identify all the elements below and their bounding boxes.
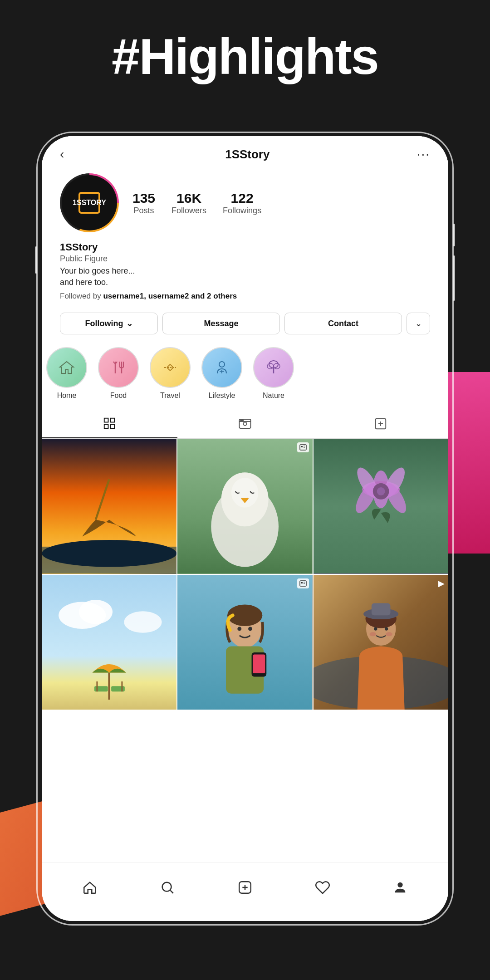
svg-rect-12 (111, 418, 115, 422)
nav-heart[interactable] (309, 874, 336, 901)
grid-item-person[interactable] (177, 575, 312, 710)
phone-button-left (35, 246, 37, 274)
svg-point-19 (242, 420, 244, 421)
svg-point-57 (238, 627, 242, 631)
action-buttons: Following ⌄ Message Contact ⌄ (55, 305, 435, 343)
bio-category: Public Figure (60, 254, 430, 264)
svg-point-10 (274, 363, 280, 369)
highlight-nature-label: Nature (263, 392, 284, 400)
highlight-circle-food (98, 347, 139, 388)
highlight-circle-lifestyle (201, 347, 242, 388)
chevron-down-icon: ⌄ (126, 318, 133, 328)
bio-followed: Followed by username1, username2 and 2 o… (60, 292, 430, 301)
stat-followings-label: Followings (223, 206, 261, 215)
tab-bar (42, 409, 448, 439)
grid-item-sunset[interactable] (42, 439, 176, 573)
highlight-travel[interactable]: Travel (150, 347, 191, 400)
tab-grid[interactable] (42, 409, 177, 438)
highlight-home[interactable]: Home (46, 347, 87, 400)
svg-point-69 (374, 627, 377, 630)
svg-point-41 (377, 487, 385, 495)
grid-item-flower[interactable] (314, 439, 448, 573)
stat-followings: 122 Followings (223, 191, 261, 216)
avatar-logo: 1SSTORY (73, 198, 106, 207)
phone-screen: ‹ 1SStory ··· 1SSTORY (42, 136, 448, 921)
svg-point-73 (162, 882, 171, 891)
tab-reels[interactable] (177, 409, 313, 438)
svg-rect-60 (301, 582, 303, 583)
svg-rect-29 (300, 445, 306, 450)
svg-point-23 (42, 540, 176, 567)
highlights-row: Home Food (42, 343, 448, 409)
nav-home[interactable] (76, 874, 103, 901)
profile-header: 1SSTORY 135 Posts 16K (55, 169, 435, 240)
svg-point-70 (385, 627, 388, 630)
dropdown-button[interactable]: ⌄ (407, 313, 430, 334)
svg-line-74 (170, 890, 173, 893)
svg-point-58 (248, 627, 252, 631)
svg-rect-56 (253, 654, 265, 673)
avatar-ring: 1SSTORY (60, 173, 119, 232)
svg-point-72 (386, 632, 392, 636)
following-button[interactable]: Following ⌄ (60, 313, 158, 334)
svg-rect-59 (300, 581, 306, 586)
svg-point-78 (398, 882, 403, 887)
bio-text: Your bio goes here... and here too. (60, 265, 430, 288)
nav-add[interactable] (231, 874, 259, 901)
stat-followers-label: Followers (172, 206, 206, 215)
grid-item-woman[interactable]: ▶ (314, 575, 448, 710)
highlight-food[interactable]: Food (98, 347, 139, 400)
bio-section: 1SStory Public Figure Your bio goes here… (55, 240, 435, 305)
highlight-circle-home (46, 347, 87, 388)
profile-container: ‹ 1SStory ··· 1SSTORY (42, 136, 448, 343)
photo-grid: ▶ (42, 439, 448, 710)
phone-button-right-top (453, 224, 455, 246)
highlight-travel-label: Travel (160, 392, 180, 400)
highlight-lifestyle-label: Lifestyle (209, 392, 235, 400)
grid-badge-bird (297, 442, 309, 452)
phone-button-right-mid (453, 255, 455, 301)
nav-search[interactable] (154, 874, 181, 901)
stat-followings-number: 122 (223, 191, 261, 206)
tab-tagged[interactable] (313, 409, 448, 438)
svg-point-18 (240, 420, 242, 421)
stat-posts: 135 Posts (132, 191, 155, 216)
profile-username-top: 1SStory (225, 147, 270, 162)
highlight-circle-nature (253, 347, 294, 388)
highlight-nature[interactable]: Nature (253, 347, 294, 400)
svg-point-4 (219, 362, 225, 367)
contact-button[interactable]: Contact (284, 313, 402, 334)
highlight-food-label: Food (110, 392, 127, 400)
chevron-down-icon: ⌄ (415, 318, 422, 328)
svg-rect-30 (301, 446, 303, 447)
svg-rect-68 (372, 603, 391, 615)
highlight-circle-travel (150, 347, 191, 388)
grid-item-bird[interactable] (177, 439, 312, 573)
back-button[interactable]: ‹ (60, 147, 78, 162)
grid-item-beach[interactable] (42, 575, 176, 710)
bio-name: 1SStory (60, 241, 430, 253)
hashtag-title: #Highlights (0, 27, 490, 86)
avatar-inner: 1SSTORY (62, 175, 117, 230)
nav-profile[interactable] (387, 874, 414, 901)
svg-rect-13 (104, 425, 108, 429)
svg-point-45 (124, 611, 162, 633)
svg-point-44 (79, 600, 113, 624)
highlight-lifestyle[interactable]: Lifestyle (201, 347, 242, 400)
highlight-home-label: Home (57, 392, 77, 400)
svg-point-9 (267, 363, 274, 369)
stats-row: 135 Posts 16K Followers 122 Followings (132, 191, 261, 216)
stat-posts-label: Posts (134, 206, 154, 215)
avatar[interactable]: 1SSTORY (60, 173, 119, 232)
more-button[interactable]: ··· (417, 147, 430, 162)
svg-rect-48 (111, 686, 125, 691)
top-bar: ‹ 1SStory ··· (55, 136, 435, 169)
stat-posts-number: 135 (132, 191, 155, 206)
svg-rect-11 (104, 418, 108, 422)
svg-point-16 (243, 422, 247, 426)
message-button[interactable]: Message (162, 313, 280, 334)
grid-play-icon: ▶ (438, 578, 445, 588)
stat-followers-number: 16K (172, 191, 206, 206)
svg-rect-14 (111, 425, 115, 429)
bottom-nav (42, 862, 448, 921)
